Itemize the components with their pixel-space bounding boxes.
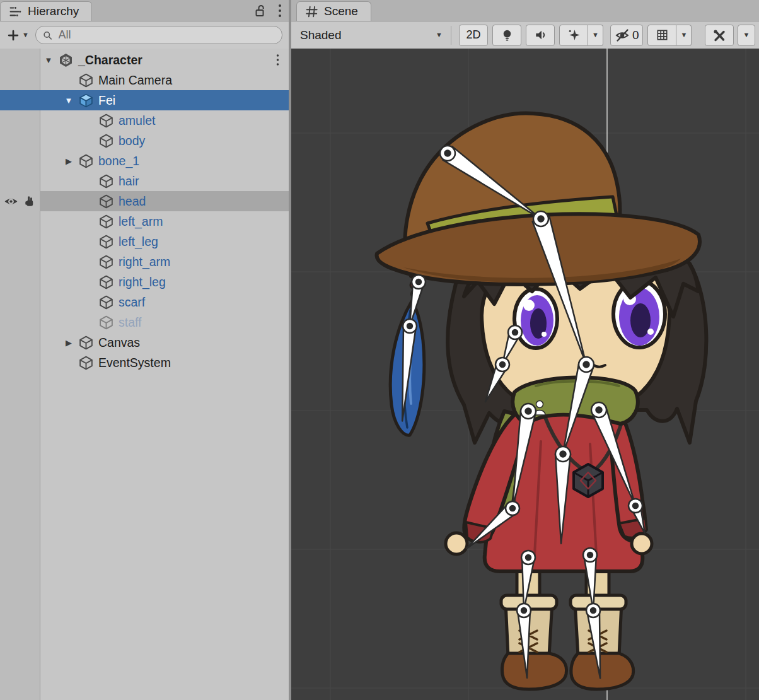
- hierarchy-item-right-arm[interactable]: right_arm: [0, 252, 289, 272]
- scene-audio-button[interactable]: [526, 25, 555, 46]
- chevron-down-icon: ▼: [743, 32, 750, 38]
- hierarchy-item-body[interactable]: body: [0, 131, 289, 151]
- hierarchy-item-canvas[interactable]: ▶ Canvas: [0, 332, 289, 353]
- create-object-button[interactable]: ▼: [6, 28, 29, 42]
- tab-hierarchy[interactable]: Hierarchy: [0, 1, 92, 21]
- row-toggle-icons: [0, 191, 40, 211]
- lock-icon[interactable]: [252, 3, 267, 18]
- chevron-down-icon: ▼: [592, 32, 599, 38]
- hierarchy-rows: ▼ _Character Main Camera ▼ Fei: [0, 49, 289, 373]
- hand-pick-icon[interactable]: [22, 194, 37, 209]
- grid-settings-dropdown[interactable]: ▼: [676, 25, 692, 46]
- toolbar-separator: [451, 26, 451, 45]
- scene-toolbar: Shaded ▼ 2D: [291, 21, 759, 49]
- overlay-menu-dropdown[interactable]: ▼: [738, 25, 755, 46]
- scene-canvas: [291, 49, 759, 700]
- right-hand: [632, 534, 652, 554]
- cube-icon: [78, 72, 94, 88]
- speaker-icon: [533, 28, 548, 42]
- sparkle-effects-icon: [567, 28, 581, 42]
- scene-effects-dropdown[interactable]: ▼: [588, 25, 603, 46]
- hierarchy-search: [35, 26, 282, 44]
- search-icon: [42, 30, 53, 41]
- grid-settings-button[interactable]: [647, 25, 676, 46]
- hierarchy-item-bone-1[interactable]: ▶ bone_1: [0, 151, 289, 171]
- chevron-down-icon: ▼: [436, 32, 443, 38]
- search-input[interactable]: [57, 28, 275, 42]
- eye-crossed-icon: [615, 28, 630, 43]
- panel-menu-icon[interactable]: [277, 3, 282, 19]
- foldout-closed-icon[interactable]: ▶: [60, 156, 78, 166]
- grid-hash-icon: [304, 4, 318, 18]
- right-boot: [571, 595, 634, 689]
- scene-visibility-button[interactable]: 0: [610, 25, 644, 46]
- cube-icon: [98, 254, 114, 270]
- cube-icon: [98, 274, 114, 290]
- cube-icon: [98, 233, 114, 250]
- hierarchy-item-left-leg[interactable]: left_leg: [0, 231, 289, 252]
- cube-icon: [78, 153, 94, 169]
- grid-squares-icon: [655, 28, 669, 42]
- hierarchy-item-right-leg[interactable]: right_leg: [0, 272, 289, 292]
- hierarchy-item-head[interactable]: head: [0, 191, 289, 211]
- cube-icon: [98, 314, 114, 330]
- scene-tabbar: Scene: [291, 0, 759, 21]
- chevron-down-icon: ▼: [22, 32, 29, 38]
- shading-mode-dropdown[interactable]: Shaded ▼: [295, 21, 448, 49]
- amulet-pendant: [574, 464, 603, 497]
- hierarchy-tab-actions: [252, 0, 282, 21]
- unity-logo-icon: [57, 52, 74, 68]
- cube-icon: [98, 193, 114, 209]
- left-hand: [446, 533, 467, 554]
- hierarchy-toolbar: ▼: [0, 21, 289, 49]
- hierarchy-item-scarf[interactable]: scarf: [0, 292, 289, 312]
- hierarchy-item-character[interactable]: ▼ _Character: [0, 50, 289, 70]
- prefab-cube-icon: [78, 92, 94, 108]
- foldout-open-icon[interactable]: ▼: [40, 55, 57, 65]
- left-boot: [501, 595, 567, 689]
- cube-icon: [98, 294, 114, 310]
- tools-icon: [712, 28, 727, 43]
- scene-panel: Scene Shaded ▼ 2D: [291, 0, 759, 700]
- bulb-icon: [500, 28, 514, 42]
- hierarchy-tabbar: Hierarchy: [0, 0, 289, 21]
- overlay-tools-button[interactable]: [705, 25, 734, 46]
- hierarchy-item-amulet[interactable]: amulet: [0, 110, 289, 131]
- scene-lighting-button[interactable]: [492, 25, 521, 46]
- hierarchy-item-eventsystem[interactable]: EventSystem: [0, 353, 289, 373]
- scene-tab-label: Scene: [324, 4, 358, 18]
- hierarchy-item-staff[interactable]: staff: [0, 312, 289, 332]
- hidden-count: 0: [632, 28, 639, 42]
- scene-viewport[interactable]: [291, 49, 759, 700]
- scene-effects-button[interactable]: [559, 25, 588, 46]
- hierarchy-tab-label: Hierarchy: [28, 4, 79, 18]
- cube-icon: [98, 132, 114, 149]
- hierarchy-panel: Hierarchy ▼: [0, 0, 289, 700]
- plus-icon: [6, 28, 20, 42]
- tab-scene[interactable]: Scene: [296, 1, 371, 21]
- hierarchy-item-hair[interactable]: hair: [0, 171, 289, 191]
- toggle-2d-button[interactable]: 2D: [459, 25, 488, 46]
- hierarchy-list-icon: [8, 4, 22, 18]
- chevron-down-icon: ▼: [680, 32, 687, 38]
- item-menu-icon[interactable]: [275, 52, 280, 67]
- cube-icon: [98, 213, 114, 230]
- cube-icon: [98, 112, 114, 129]
- foldout-closed-icon[interactable]: ▶: [60, 338, 78, 347]
- left-eye: [514, 289, 557, 348]
- eye-icon[interactable]: [3, 194, 19, 209]
- cube-icon: [98, 173, 114, 189]
- hierarchy-item-left-arm[interactable]: left_arm: [0, 211, 289, 231]
- hierarchy-item-fei[interactable]: ▼ Fei: [0, 90, 289, 110]
- cube-icon: [78, 354, 94, 371]
- hierarchy-tree: ▼ _Character Main Camera ▼ Fei: [0, 49, 289, 700]
- cube-icon: [78, 334, 94, 351]
- foldout-open-icon[interactable]: ▼: [60, 96, 78, 105]
- hierarchy-item-main-camera[interactable]: Main Camera: [0, 70, 289, 90]
- unity-editor-window: Hierarchy ▼: [0, 0, 759, 700]
